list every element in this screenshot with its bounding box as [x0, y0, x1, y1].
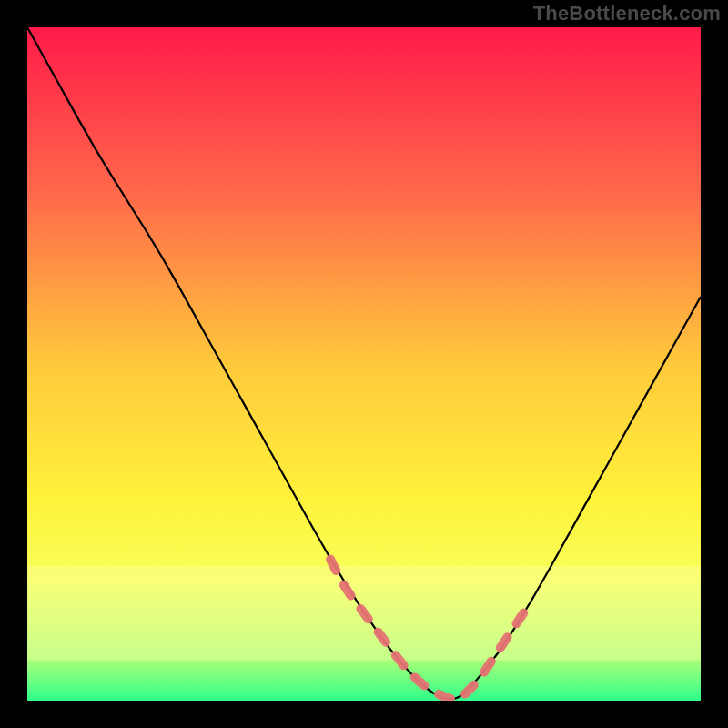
chart-container: TheBottleneck.com: [0, 0, 728, 728]
watermark-text: TheBottleneck.com: [533, 2, 721, 25]
plot-area: [27, 27, 701, 701]
chart-svg: [27, 27, 701, 701]
